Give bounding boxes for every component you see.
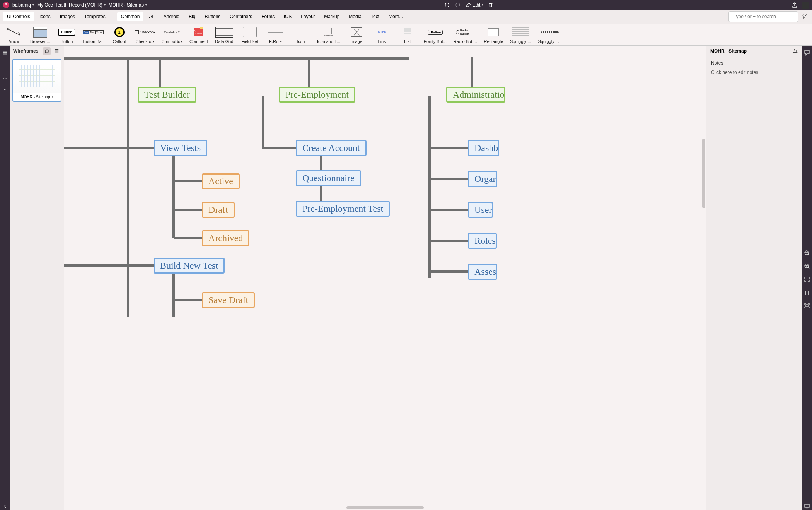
zoom-out-button[interactable] bbox=[803, 249, 811, 257]
tab-text[interactable]: Text bbox=[367, 12, 383, 21]
ribbon-rect[interactable]: Rectangle bbox=[484, 26, 503, 44]
ribbon-squiggly[interactable]: Squiggly ... bbox=[510, 26, 531, 44]
sitemap-node[interactable]: Roles bbox=[468, 233, 497, 249]
ribbon-hrule[interactable]: H.Rule bbox=[266, 26, 285, 44]
down-button[interactable]: ﹀ bbox=[1, 86, 9, 94]
ribbon-checkbox[interactable]: CheckboxCheckbox bbox=[136, 26, 155, 44]
ribbon-comment[interactable]: A commentComment bbox=[189, 26, 208, 44]
ribbon-callout[interactable]: 1Callout bbox=[110, 26, 129, 44]
canvas[interactable]: Test BuilderPre-EmploymentAdministratioV… bbox=[64, 46, 706, 510]
tab-ui-controls[interactable]: UI Controls bbox=[3, 12, 34, 21]
sitemap-node[interactable]: Archived bbox=[202, 230, 249, 246]
settings-icon[interactable] bbox=[793, 48, 798, 54]
user-avatar[interactable] bbox=[802, 2, 809, 9]
ribbon-radio[interactable]: Radio ButtonRadio Butt... bbox=[454, 26, 477, 44]
ribbon-grid[interactable]: Data Grid bbox=[215, 26, 234, 44]
ribbon-image[interactable]: Image bbox=[347, 26, 366, 44]
add-button[interactable]: ＋ bbox=[1, 61, 9, 69]
brackets-button[interactable]: [ ] bbox=[803, 289, 811, 296]
ribbon-icon[interactable]: Icon bbox=[292, 26, 310, 44]
chevron-down-icon: ▾ bbox=[145, 3, 147, 7]
notes-field[interactable]: Click here to edit notes. bbox=[711, 70, 797, 75]
tab-ios[interactable]: iOS bbox=[280, 12, 295, 21]
sitemap-node[interactable]: Dashb bbox=[468, 140, 499, 156]
tab-templates[interactable]: Templates bbox=[80, 12, 109, 21]
connector-line bbox=[172, 156, 175, 238]
sitemap-node[interactable]: User bbox=[468, 202, 493, 218]
tab-media[interactable]: Media bbox=[345, 12, 365, 21]
tab-common[interactable]: Common bbox=[117, 12, 144, 21]
ribbon-buttonbar[interactable]: OneTwoThreeButton Bar bbox=[83, 26, 103, 44]
sitemap-node[interactable]: Administratio bbox=[446, 87, 505, 103]
project-menu[interactable]: My Occ Health Record (MOHR) ▾ bbox=[37, 2, 106, 8]
squiggly2-preview-icon bbox=[541, 26, 559, 38]
thumbnail-view-button[interactable]: ▢ bbox=[43, 47, 51, 55]
share-button[interactable] bbox=[790, 1, 799, 9]
sitemap-node[interactable]: Asses bbox=[468, 264, 497, 280]
notes-heading: Notes bbox=[711, 60, 797, 66]
zoom-in-button[interactable] bbox=[803, 262, 811, 270]
tab-markup[interactable]: Markup bbox=[320, 12, 343, 21]
navigator-toggle-button[interactable] bbox=[1, 49, 9, 56]
search-input[interactable]: Type / or + to search bbox=[728, 11, 798, 22]
vertical-scrollbar[interactable] bbox=[702, 139, 705, 208]
chevron-down-icon: ▾ bbox=[32, 3, 34, 7]
ribbon-iconname[interactable]: Icon NameIcon and T... bbox=[317, 26, 340, 44]
quick-add-button[interactable] bbox=[800, 12, 809, 21]
ribbon-fieldset[interactable]: Field Set bbox=[241, 26, 259, 44]
ribbon-squiggly2[interactable]: Squiggly L... bbox=[538, 26, 561, 44]
tab-all[interactable]: All bbox=[145, 12, 158, 21]
tab-images[interactable]: Images bbox=[56, 12, 79, 21]
tab-forms[interactable]: Forms bbox=[258, 12, 278, 21]
trash-button[interactable] bbox=[486, 1, 495, 9]
list-view-button[interactable]: ☰ bbox=[53, 47, 61, 55]
project-label: My Occ Health Record (MOHR) bbox=[37, 2, 102, 8]
icon-preview-icon bbox=[292, 26, 310, 38]
tab-android[interactable]: Android bbox=[160, 12, 183, 21]
redo-button[interactable] bbox=[454, 1, 462, 9]
frame-menu[interactable]: MOHR - Sitemap ▾ bbox=[109, 2, 147, 8]
tab-more-[interactable]: More... bbox=[385, 12, 407, 21]
ribbon-list[interactable]: List bbox=[398, 26, 417, 44]
ribbon-browser[interactable]: Browser ... bbox=[30, 26, 51, 44]
ribbon-label: Checkbox bbox=[136, 39, 155, 44]
navigator-item[interactable]: MOHR - Sitemap ▾ bbox=[12, 59, 61, 102]
tab-icons[interactable]: Icons bbox=[36, 12, 55, 21]
comments-button[interactable] bbox=[803, 49, 811, 56]
ribbon-pointy[interactable]: ButtonPointy But... bbox=[424, 26, 447, 44]
sitemap-node[interactable]: Questionnaire bbox=[296, 170, 361, 186]
tab-containers[interactable]: Containers bbox=[226, 12, 256, 21]
ribbon-button[interactable]: ButtonButton bbox=[58, 26, 76, 44]
tab-big[interactable]: Big bbox=[185, 12, 199, 21]
sitemap-node[interactable]: Draft bbox=[202, 202, 235, 218]
music-icon[interactable]: ♫ bbox=[1, 502, 9, 510]
undo-button[interactable] bbox=[442, 1, 451, 9]
sitemap-node[interactable]: Build New Test bbox=[154, 258, 225, 274]
ribbon-label: Pointy But... bbox=[424, 39, 447, 44]
fullscreen-button[interactable] bbox=[803, 276, 811, 283]
inspector-body: Notes Click here to edit notes. bbox=[706, 56, 802, 79]
sitemap-node[interactable]: Active bbox=[202, 173, 240, 189]
ribbon-combo[interactable]: ComboBoxComboBox bbox=[161, 26, 182, 44]
ribbon-link[interactable]: a linkLink bbox=[373, 26, 391, 44]
radio-preview-icon: Radio Button bbox=[456, 26, 474, 38]
ribbon-arrow[interactable]: Arrow bbox=[5, 26, 23, 44]
frame-label: MOHR - Sitemap bbox=[109, 2, 144, 8]
chevron-down-icon[interactable]: ▾ bbox=[52, 95, 53, 99]
sitemap-node[interactable]: Orgar bbox=[468, 171, 497, 187]
sitemap-node[interactable]: Pre-Employment bbox=[279, 87, 355, 103]
tab-layout[interactable]: Layout bbox=[297, 12, 319, 21]
tab-buttons[interactable]: Buttons bbox=[201, 12, 225, 21]
brand-menu[interactable]: balsamiq ▾ bbox=[12, 2, 34, 8]
up-button[interactable]: ︿ bbox=[1, 74, 9, 81]
sitemap-node[interactable]: View Tests bbox=[154, 140, 207, 156]
horizontal-scrollbar[interactable] bbox=[346, 506, 424, 509]
sitemap-node[interactable]: Pre-Employment Test bbox=[296, 201, 390, 217]
grid-preview-icon bbox=[215, 26, 234, 38]
edit-menu[interactable]: Edit ▾ bbox=[466, 2, 484, 8]
focus-button[interactable] bbox=[803, 302, 811, 310]
sitemap-node[interactable]: Create Account bbox=[296, 140, 367, 156]
sitemap-node[interactable]: Test Builder bbox=[138, 87, 196, 103]
sitemap-node[interactable]: Save Draft bbox=[202, 292, 255, 308]
present-button[interactable] bbox=[803, 502, 811, 510]
